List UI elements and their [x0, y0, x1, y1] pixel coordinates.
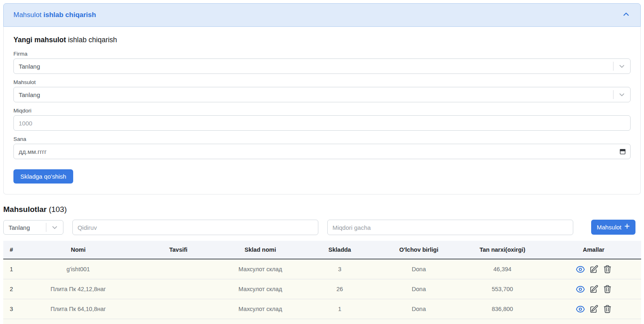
col-header-tan-narxi: Tan narxi(oxirgi)	[459, 241, 546, 259]
firma-field-group: Firma Tanlang	[13, 51, 631, 74]
cell-amallar	[546, 299, 641, 319]
cell-amallar	[546, 319, 641, 324]
chevron-down-icon[interactable]	[614, 63, 630, 70]
filters-row: Tanlang Mahsulot +	[3, 220, 641, 235]
quantity-filter-input[interactable]	[327, 220, 573, 235]
panel-body: Yangi mahsulot ishlab chiqarish Firma Ta…	[3, 27, 641, 194]
table-row: 2 Плита Пк 42,12,8наг Махсулот склад 26 …	[3, 279, 641, 299]
cell-index: 4	[3, 319, 20, 324]
form-title-bold: Yangi mahsulot	[13, 36, 66, 44]
cell-tan-narxi: 553,700	[459, 279, 546, 299]
cell-sklad-nomi: Махсулот склад	[220, 259, 300, 279]
col-header-sklad-nomi: Sklad nomi	[220, 241, 300, 259]
products-heading-count: (103)	[49, 205, 67, 214]
view-eye-icon[interactable]	[576, 285, 585, 294]
cell-olchov-birligi: Dona	[379, 259, 459, 279]
sana-date-input[interactable]	[13, 144, 631, 159]
cell-index: 3	[3, 299, 20, 319]
cell-nomi: Плита Пк 42,12,8наг	[20, 279, 137, 299]
view-eye-icon[interactable]	[576, 305, 585, 314]
chevron-down-icon[interactable]	[46, 224, 63, 231]
search-input[interactable]	[72, 220, 318, 235]
chevron-down-icon[interactable]	[614, 91, 630, 99]
calendar-icon[interactable]	[619, 148, 626, 155]
sana-field-group: Sana	[13, 136, 631, 159]
panel-header[interactable]: Mahsulot ishlab chiqarish	[3, 3, 641, 27]
filter-select[interactable]: Tanlang	[3, 220, 63, 235]
col-header-nomi: Nomi	[20, 241, 137, 259]
cell-amallar	[546, 279, 641, 299]
cell-olchov-birligi: Dona	[379, 319, 459, 324]
col-header-index: #	[3, 241, 20, 259]
firma-label: Firma	[13, 51, 631, 57]
cell-sklad-nomi: Махсулот склад	[220, 299, 300, 319]
cell-skladda: 26	[300, 279, 379, 299]
mahsulot-select[interactable]: Tanlang	[13, 87, 631, 102]
cell-tan-narxi: 836,800	[459, 299, 546, 319]
table-row: 4 Плита Пк 64,12,8н Махсулот склад 4 Don…	[3, 319, 641, 324]
miqdori-field-group: Miqdori	[13, 108, 631, 131]
miqdori-label: Miqdori	[13, 108, 631, 114]
table-row: 1 g'isht001 Махсулот склад 3 Dona 46,394	[3, 259, 641, 279]
firma-select[interactable]: Tanlang	[13, 58, 631, 74]
table-row: 3 Плита Пк 64,10,8наг Махсулот склад 1 D…	[3, 299, 641, 319]
cell-tavsifi	[137, 259, 220, 279]
cell-skladda: 1	[300, 299, 379, 319]
panel-title-regular: Mahsulot	[13, 11, 41, 19]
cell-tavsifi	[137, 299, 220, 319]
form-title: Yangi mahsulot ishlab chiqarish	[13, 36, 631, 44]
edit-pencil-icon[interactable]	[590, 265, 598, 274]
col-header-tavsifi: Tavsifi	[137, 241, 220, 259]
firma-select-value: Tanlang	[19, 63, 40, 70]
panel-title-bold: ishlab chiqarish	[44, 11, 96, 19]
cell-index: 1	[3, 259, 20, 279]
cell-skladda: 3	[300, 259, 379, 279]
cell-tan-narxi: 46,394	[459, 259, 546, 279]
edit-pencil-icon[interactable]	[590, 305, 598, 313]
view-eye-icon[interactable]	[576, 265, 585, 274]
add-product-button[interactable]: Mahsulot +	[591, 220, 635, 235]
sana-label: Sana	[13, 136, 631, 142]
production-panel: Mahsulot ishlab chiqarish Yangi mahsulot…	[3, 3, 641, 194]
cell-tavsifi	[137, 279, 220, 299]
delete-trash-icon[interactable]	[603, 285, 612, 294]
add-to-warehouse-button[interactable]: Skladga qo'shish	[13, 169, 73, 184]
panel-title: Mahsulot ishlab chiqarish	[13, 11, 96, 19]
cell-tan-narxi: 1,003,355	[459, 319, 546, 324]
mahsulot-select-value: Tanlang	[19, 91, 40, 98]
plus-icon: +	[624, 222, 630, 231]
miqdori-input[interactable]	[13, 115, 631, 131]
table-header-row: # Nomi Tavsifi Sklad nomi Skladda O'lcho…	[3, 241, 641, 259]
chevron-up-icon[interactable]	[622, 10, 631, 20]
cell-skladda: 4	[300, 319, 379, 324]
mahsulot-field-group: Mahsulot Tanlang	[13, 79, 631, 102]
products-heading: Mahsulotlar (103)	[3, 205, 641, 214]
products-table-body: 1 g'isht001 Махсулот склад 3 Dona 46,394…	[3, 259, 641, 324]
edit-pencil-icon[interactable]	[590, 285, 598, 294]
col-header-skladda: Skladda	[300, 241, 379, 259]
cell-sklad-nomi: Махсулот склад	[220, 279, 300, 299]
products-heading-title: Mahsulotlar	[3, 205, 47, 214]
cell-nomi: Плита Пк 64,10,8наг	[20, 299, 137, 319]
cell-index: 2	[3, 279, 20, 299]
cell-sklad-nomi: Махсулот склад	[220, 319, 300, 324]
cell-tavsifi	[137, 319, 220, 324]
form-title-regular: ishlab chiqarish	[68, 36, 117, 44]
cell-nomi: g'isht001	[20, 259, 137, 279]
products-table: # Nomi Tavsifi Sklad nomi Skladda O'lcho…	[3, 241, 641, 324]
cell-amallar	[546, 259, 641, 279]
cell-olchov-birligi: Dona	[379, 279, 459, 299]
delete-trash-icon[interactable]	[603, 265, 612, 274]
cell-nomi: Плита Пк 64,12,8н	[20, 319, 137, 324]
filter-select-value: Tanlang	[9, 224, 30, 231]
add-product-button-label: Mahsulot	[597, 224, 622, 231]
mahsulot-label: Mahsulot	[13, 79, 631, 85]
delete-trash-icon[interactable]	[603, 305, 612, 313]
col-header-olchov-birligi: O'lchov birligi	[379, 241, 459, 259]
col-header-amallar: Amallar	[546, 241, 641, 259]
cell-olchov-birligi: Dona	[379, 299, 459, 319]
